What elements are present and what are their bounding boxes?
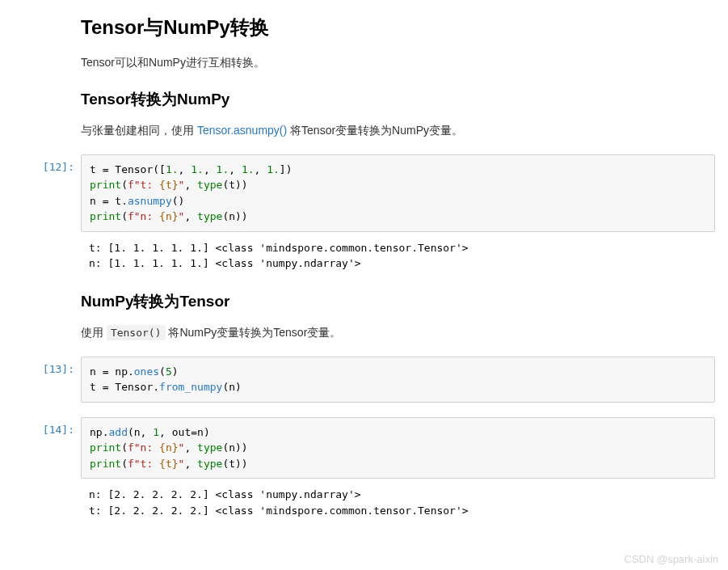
markdown-cell: NumPy转换为Tensor 使用 Tensor() 将NumPy变量转换为Te… xyxy=(0,291,728,342)
link-asnumpy[interactable]: Tensor.asnumpy() xyxy=(197,124,287,137)
code-input[interactable]: t = Tensor([1., 1., 1., 1., 1.]) print(f… xyxy=(81,154,715,232)
code-cell-13: [13]: n = np.ones(5) t = Tensor.from_num… xyxy=(0,357,728,403)
output-cell-14: n: [2. 2. 2. 2. 2.] <class 'numpy.ndarra… xyxy=(0,482,728,520)
paragraph-intro: Tensor可以和NumPy进行互相转换。 xyxy=(81,53,718,71)
output-prompt xyxy=(0,482,81,488)
heading-main: Tensor与NumPy转换 xyxy=(81,15,718,40)
notebook-root: Tensor与NumPy转换 Tensor可以和NumPy进行互相转换。 Ten… xyxy=(0,0,728,520)
input-prompt: [14]: xyxy=(0,417,81,436)
heading-numpy-to-tensor: NumPy转换为Tensor xyxy=(81,291,718,312)
code-output: n: [2. 2. 2. 2. 2.] <class 'numpy.ndarra… xyxy=(81,482,715,520)
code-cell-12: [12]: t = Tensor([1., 1., 1., 1., 1.]) p… xyxy=(0,154,728,232)
paragraph-tensor-constructor: 使用 Tensor() 将NumPy变量转换为Tensor变量。 xyxy=(81,323,718,342)
inline-code-tensor: Tensor() xyxy=(107,325,166,340)
output-prompt xyxy=(0,235,81,242)
code-output: t: [1. 1. 1. 1. 1.] <class 'mindspore.co… xyxy=(81,235,715,273)
output-text: t: [1. 1. 1. 1. 1.] <class 'mindspore.co… xyxy=(89,240,707,272)
output-text: n: [2. 2. 2. 2. 2.] <class 'numpy.ndarra… xyxy=(89,487,707,518)
output-cell-12: t: [1. 1. 1. 1. 1.] <class 'mindspore.co… xyxy=(0,235,728,273)
code-input[interactable]: n = np.ones(5) t = Tensor.from_numpy(n) xyxy=(81,357,715,403)
heading-tensor-to-numpy: Tensor转换为NumPy xyxy=(81,89,718,110)
paragraph-asnumpy: 与张量创建相同，使用 Tensor.asnumpy() 将Tensor变量转换为… xyxy=(81,121,718,139)
markdown-cell: Tensor与NumPy转换 Tensor可以和NumPy进行互相转换。 Ten… xyxy=(0,15,728,140)
input-prompt: [13]: xyxy=(0,357,81,375)
input-prompt: [12]: xyxy=(0,154,81,173)
code-input[interactable]: np.add(n, 1, out=n) print(f"n: {n}", typ… xyxy=(81,417,715,479)
code-cell-14: [14]: np.add(n, 1, out=n) print(f"n: {n}… xyxy=(0,417,728,479)
